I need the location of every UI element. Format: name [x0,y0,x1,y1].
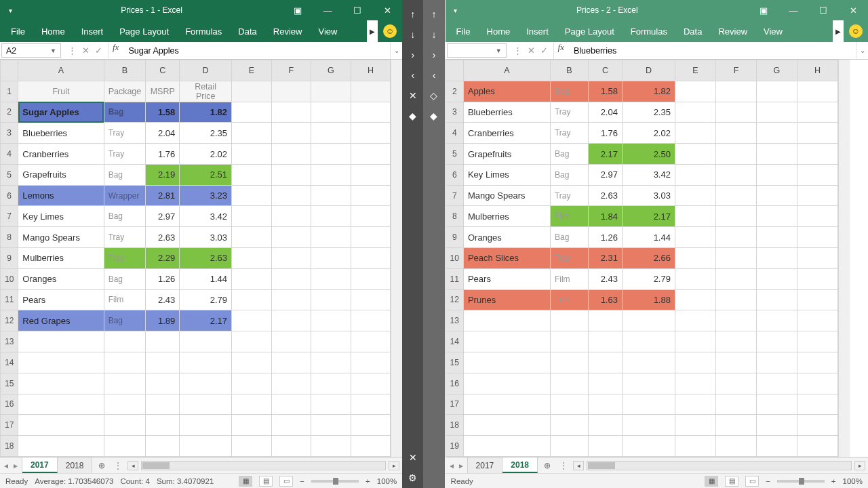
cell[interactable]: 2.04 [588,102,622,123]
zoom-slider[interactable] [311,480,359,483]
sheet-tab-2018[interactable]: 2018 [502,458,538,473]
toolstrip-button[interactable]: ✕ [404,87,422,104]
hscroll[interactable]: ◂ ▸ [570,458,868,473]
scroll-right-icon[interactable]: ▸ [854,461,865,470]
cell[interactable] [311,373,351,394]
cell[interactable] [550,415,588,436]
cell[interactable] [715,102,756,123]
ribbon-tab-formulas[interactable]: Formulas [623,20,675,42]
cell[interactable] [715,436,756,457]
cell[interactable] [675,268,715,289]
ribbon-tab-page-layout[interactable]: Page Layout [557,20,623,42]
cell[interactable] [756,373,797,394]
cell[interactable] [146,331,180,352]
cell[interactable] [756,289,797,310]
cell[interactable]: 2.02 [180,144,232,165]
col-header[interactable]: H [351,60,391,81]
cell[interactable] [756,185,797,206]
spreadsheet-grid-right[interactable]: ABCDEFGH2ApplesBag1.581.823BlueberriesTr… [446,60,838,457]
col-header[interactable]: C [146,60,180,81]
cell[interactable] [232,394,272,415]
row-header[interactable]: 5 [1,164,18,185]
row-header[interactable]: 10 [446,248,463,269]
row-header[interactable]: 1 [1,81,18,102]
cell[interactable] [588,415,622,436]
qat-icon[interactable]: ▾ [446,7,466,14]
fx-icon[interactable]: fx [108,42,123,59]
dropdown-icon[interactable]: ⋮ [513,45,522,56]
header-cell[interactable]: Package [104,81,146,102]
row-header[interactable]: 4 [1,144,18,165]
col-header[interactable]: A [18,60,104,81]
ribbon-tab-review[interactable]: Review [265,20,311,42]
ribbon-tab-data[interactable]: Data [230,20,264,42]
cell[interactable]: 2.19 [146,164,180,185]
cell[interactable] [797,352,837,373]
sheet-menu-icon[interactable]: ⋮ [111,458,125,473]
name-box[interactable]: A2▼ [1,43,61,58]
cell[interactable] [797,268,837,289]
cell[interactable] [797,248,837,269]
cell[interactable] [232,310,272,331]
cell[interactable] [797,310,837,331]
cell[interactable] [675,227,715,248]
cell[interactable] [756,436,797,457]
cell[interactable]: 3.42 [180,206,232,227]
col-header[interactable]: B [550,60,588,81]
header-cell[interactable] [351,81,391,102]
cell[interactable] [715,289,756,310]
fx-icon[interactable]: fx [554,42,568,59]
cancel-icon[interactable]: ✕ [528,45,535,56]
cell[interactable]: 1.58 [588,81,622,102]
chevron-down-icon[interactable]: ▼ [50,47,56,54]
cell[interactable] [675,415,715,436]
cell[interactable] [797,144,837,165]
formula-expand-icon[interactable]: ⌄ [856,42,868,59]
ribbon-tab-view[interactable]: View [310,20,345,42]
add-sheet-button[interactable]: ⊕ [92,458,111,473]
cell[interactable]: Tray [104,248,146,269]
cell[interactable]: Mango Spears [463,185,550,206]
cell[interactable] [232,144,272,165]
ribbon-tab-home[interactable]: Home [33,20,73,42]
cell[interactable] [675,394,715,415]
cell[interactable] [232,206,272,227]
cell[interactable] [146,394,180,415]
cell[interactable]: Tray [104,144,146,165]
cell[interactable]: 2.17 [588,144,622,165]
cell[interactable]: Tray [550,248,588,269]
qat-icon[interactable]: ▾ [0,7,20,14]
grid-area-left[interactable]: ABCDEFGH1FruitPackageMSRPRetail Price2Su… [0,60,402,457]
cell[interactable] [180,373,232,394]
ribbon-overflow-icon[interactable]: ▶ [367,20,378,42]
row-header[interactable]: 2 [446,81,463,102]
cell[interactable] [18,394,104,415]
cell[interactable] [756,310,797,331]
view-break-icon[interactable]: ▭ [745,476,759,487]
name-box[interactable]: ▼ [447,43,507,58]
row-header[interactable]: 2 [1,102,18,123]
cell[interactable]: 2.17 [622,206,675,227]
toolstrip-button[interactable]: ‹ [425,66,443,84]
cell[interactable] [311,436,351,457]
cell[interactable]: Oranges [18,268,104,289]
row-header[interactable]: 6 [1,185,18,206]
cell[interactable] [311,102,351,123]
cell[interactable]: 2.02 [622,123,675,144]
cell[interactable] [18,415,104,436]
cell[interactable]: Oranges [463,227,550,248]
cell[interactable] [622,352,675,373]
cell[interactable] [351,373,391,394]
cell[interactable] [756,248,797,269]
minimize-button[interactable]: — [778,0,808,20]
formula-content[interactable]: Blueberries [568,42,856,59]
cell[interactable]: Peach Slices [463,248,550,269]
cell[interactable] [180,331,232,352]
cell[interactable] [271,373,311,394]
sheet-tab-2017[interactable]: 2017 [468,458,503,473]
cell[interactable]: 2.29 [146,248,180,269]
cell[interactable] [271,227,311,248]
cell[interactable]: Grapefruits [18,164,104,185]
row-header[interactable]: 17 [1,415,18,436]
col-header[interactable]: D [180,60,232,81]
